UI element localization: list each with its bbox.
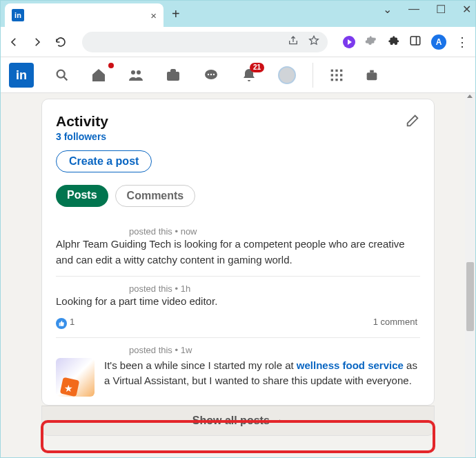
svg-rect-16 <box>340 74 342 76</box>
window-titlebar: in × + ⌄ — ☐ ✕ <box>1 1 475 27</box>
tab-comments[interactable]: Comments <box>115 185 196 207</box>
share-icon[interactable] <box>288 35 299 49</box>
svg-rect-19 <box>340 79 342 81</box>
scroll-up-arrow[interactable] <box>467 94 473 98</box>
messaging-icon[interactable] <box>202 67 220 83</box>
apps-grid-icon[interactable] <box>330 68 344 82</box>
post-image-thumb[interactable] <box>56 358 95 397</box>
post-body: Looking for a part time video editor. <box>56 294 420 310</box>
tab-close-button[interactable]: × <box>150 10 157 21</box>
search-icon[interactable] <box>54 68 70 83</box>
divider <box>313 63 313 88</box>
extension-icon[interactable] <box>365 34 377 50</box>
address-bar[interactable] <box>82 32 328 52</box>
svg-point-5 <box>137 70 141 74</box>
followers-link[interactable]: 3 followers <box>56 131 108 142</box>
puzzle-extension-icon[interactable] <box>387 34 399 50</box>
post-meta: posted this • now <box>129 226 420 237</box>
scrollbar-track[interactable] <box>465 93 475 457</box>
window-maximize-button[interactable]: ☐ <box>436 3 446 16</box>
activity-title: Activity <box>56 113 108 130</box>
browser-tab[interactable]: in × <box>5 3 163 27</box>
linkedin-logo[interactable]: in <box>9 63 34 88</box>
me-avatar[interactable] <box>278 66 296 84</box>
new-tab-button[interactable]: + <box>172 6 180 22</box>
activity-post[interactable]: posted this • 1h Looking for a part time… <box>56 276 420 337</box>
home-icon[interactable] <box>90 67 107 83</box>
window-chevron-button[interactable]: ⌄ <box>383 3 392 16</box>
svg-rect-0 <box>410 37 420 45</box>
browser-toolbar: A ⋮ <box>1 27 475 57</box>
post-body: It's been a while since I started my rol… <box>104 358 420 389</box>
activity-post[interactable]: posted this • now Alphr Team Guiding Tec… <box>56 219 420 276</box>
reload-button[interactable] <box>54 36 67 48</box>
bookmark-star-icon[interactable] <box>308 35 319 49</box>
like-count[interactable]: 1 <box>56 315 75 329</box>
page-content: Activity 3 followers Create a post Posts… <box>1 93 475 457</box>
window-minimize-button[interactable]: — <box>408 3 419 16</box>
notifications-badge: 21 <box>250 63 264 72</box>
svg-rect-17 <box>331 79 333 81</box>
post-meta: posted this • 1w <box>129 345 420 355</box>
extension-media-icon[interactable] <box>343 36 355 48</box>
jobs-icon[interactable] <box>165 67 181 83</box>
activity-post[interactable]: posted this • 1w It's been a while since… <box>56 337 420 405</box>
forward-button[interactable] <box>31 36 43 48</box>
edit-pencil-icon[interactable] <box>405 113 420 131</box>
svg-rect-12 <box>335 69 337 71</box>
svg-point-4 <box>131 70 135 74</box>
window-close-button[interactable]: ✕ <box>462 3 471 16</box>
linkedin-favicon: in <box>12 9 24 21</box>
company-link[interactable]: wellness food service <box>297 359 404 371</box>
svg-point-9 <box>210 73 212 74</box>
svg-rect-21 <box>370 70 374 72</box>
svg-point-2 <box>57 70 65 77</box>
svg-point-10 <box>213 73 215 74</box>
notifications-icon[interactable]: 21 <box>241 67 257 83</box>
back-button[interactable] <box>8 36 20 48</box>
sidepanel-icon[interactable] <box>409 34 422 50</box>
like-icon <box>56 318 67 329</box>
svg-rect-18 <box>335 79 337 81</box>
create-post-button[interactable]: Create a post <box>56 150 152 172</box>
post-body: Alphr Team Guiding Tech is looking for a… <box>56 237 420 268</box>
linkedin-navbar: in 21 <box>1 57 475 93</box>
show-all-posts-button[interactable]: Show all posts → <box>41 406 435 436</box>
tab-posts[interactable]: Posts <box>56 185 108 207</box>
post-meta: posted this • 1h <box>129 283 420 294</box>
activity-card: Activity 3 followers Create a post Posts… <box>41 99 435 406</box>
profile-avatar[interactable]: A <box>431 34 446 50</box>
svg-rect-14 <box>331 74 333 76</box>
svg-rect-13 <box>340 69 342 71</box>
svg-rect-6 <box>167 72 179 81</box>
svg-rect-11 <box>331 69 333 71</box>
svg-point-8 <box>208 73 209 74</box>
svg-rect-20 <box>367 72 377 80</box>
network-icon[interactable] <box>128 67 144 83</box>
post-job-icon[interactable] <box>364 68 379 83</box>
comment-count[interactable]: 1 comment <box>373 317 417 327</box>
svg-line-3 <box>63 77 67 80</box>
scrollbar-thumb[interactable] <box>466 262 474 331</box>
svg-rect-15 <box>335 74 337 76</box>
browser-menu-button[interactable]: ⋮ <box>456 34 468 50</box>
home-badge <box>108 63 114 68</box>
